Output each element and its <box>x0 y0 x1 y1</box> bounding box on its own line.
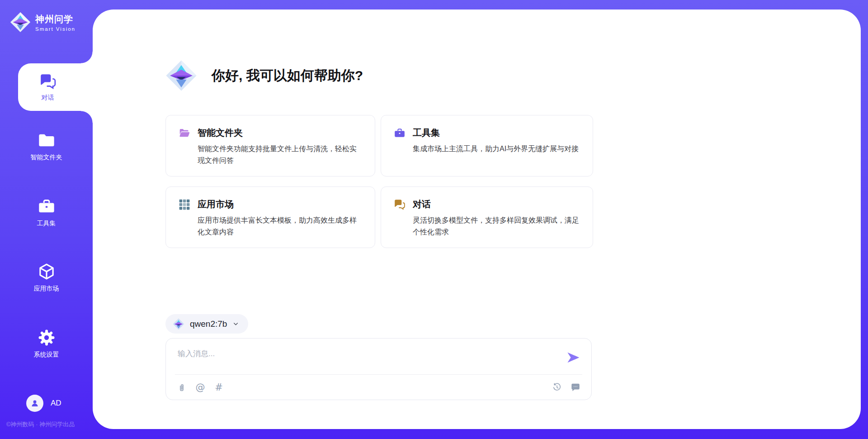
sidebar-item-app-market[interactable]: 应用市场 <box>0 262 93 293</box>
greeting-title: 你好, 我可以如何帮助你? <box>212 67 363 85</box>
model-selector[interactable]: qwen2:7b <box>165 314 248 334</box>
card-title: 对话 <box>413 198 431 210</box>
card-chat[interactable]: 对话 灵活切换多模型文件，支持多样回复效果调试，满足个性化需求 <box>381 186 593 248</box>
app-tagline: Smart Vision <box>35 26 75 32</box>
user-initials: AD <box>51 399 61 408</box>
folder-icon <box>38 131 56 149</box>
toolbox-icon <box>38 197 56 215</box>
card-description: 应用市场提供丰富长文本模板，助力高效生成多样化文章内容 <box>198 215 362 238</box>
model-name: qwen2:7b <box>190 319 227 329</box>
card-description: 智能文件夹功能支持批量文件上传与清洗，轻松实现文件问答 <box>198 143 362 166</box>
sidebar-item-settings[interactable]: 系统设置 <box>0 329 93 359</box>
message-input-box: @ # <box>165 338 592 400</box>
card-title: 应用市场 <box>198 198 234 210</box>
cube-icon <box>38 262 56 281</box>
copyright-footer: ©神州数码 · 神州问学出品 <box>6 420 75 429</box>
feature-cards: 智能文件夹 智能文件夹功能支持批量文件上传与清洗，轻松实现文件问答 工具集 集成… <box>165 115 593 248</box>
greeting-block: 你好, 我可以如何帮助你? <box>165 60 363 91</box>
app-logo: 神州问学 Smart Vision <box>10 12 75 33</box>
sidebar-item-smart-folder[interactable]: 智能文件夹 <box>0 131 93 162</box>
diamond-logo-icon <box>173 318 184 330</box>
sidebar-item-label: 系统设置 <box>34 351 59 359</box>
diamond-logo-icon <box>10 12 31 33</box>
grid-icon <box>179 199 190 210</box>
card-description: 集成市场上主流工具，助力AI与外界无缝扩展与对接 <box>413 143 580 155</box>
user-account[interactable]: AD <box>26 395 61 412</box>
card-app-market[interactable]: 应用市场 应用市场提供丰富长文本模板，助力高效生成多样化文章内容 <box>165 186 375 248</box>
person-icon <box>29 398 40 409</box>
gear-icon <box>38 329 56 347</box>
diamond-logo-icon <box>165 60 197 91</box>
history-icon[interactable] <box>552 382 562 392</box>
sidebar: 神州问学 Smart Vision 智能文件夹 工具集 应用市场 <box>0 0 93 439</box>
toolbox-icon <box>394 127 406 139</box>
send-icon[interactable] <box>566 350 580 365</box>
chevron-down-icon <box>232 320 239 327</box>
message-input[interactable] <box>166 339 591 374</box>
composer-toolbar: @ # <box>166 375 591 400</box>
sidebar-item-label: 应用市场 <box>34 285 59 293</box>
card-title: 工具集 <box>413 127 440 139</box>
card-smart-folder[interactable]: 智能文件夹 智能文件夹功能支持批量文件上传与清洗，轻松实现文件问答 <box>165 115 375 177</box>
card-title: 智能文件夹 <box>198 127 243 139</box>
composer: qwen2:7b @ # <box>165 314 592 400</box>
card-toolset[interactable]: 工具集 集成市场上主流工具，助力AI与外界无缝扩展与对接 <box>381 115 593 177</box>
app-name: 神州问学 <box>35 13 75 25</box>
attachment-icon[interactable] <box>177 382 187 392</box>
sidebar-item-toolset[interactable]: 工具集 <box>0 197 93 228</box>
sidebar-item-label: 智能文件夹 <box>31 153 62 162</box>
hashtag-icon[interactable]: # <box>214 382 224 392</box>
chat-bubble-icon[interactable] <box>571 382 580 392</box>
chat-icon <box>394 199 406 210</box>
mention-icon[interactable]: @ <box>195 382 205 392</box>
card-description: 灵活切换多模型文件，支持多样回复效果调试，满足个性化需求 <box>413 215 580 238</box>
folder-open-icon <box>179 127 190 139</box>
sidebar-item-label: 工具集 <box>37 220 56 228</box>
avatar <box>26 395 43 412</box>
